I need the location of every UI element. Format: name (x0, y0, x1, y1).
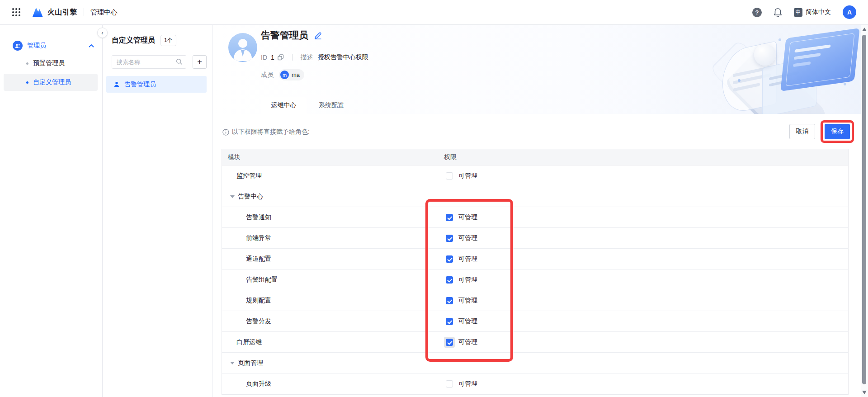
manage-permission-checkbox[interactable] (446, 297, 453, 304)
table-row: 前端异常 可管理 (222, 228, 848, 249)
main-content: 告警管理员 ID 1 描述 授权告警中心权限 成员 m ma (212, 25, 868, 397)
sidebar-item-preset-admin[interactable]: 预置管理员 (0, 55, 102, 72)
tab-bar: 运维中心 系统配置 (261, 97, 356, 114)
search-icon (176, 58, 183, 65)
module-cell: 页面管理 (222, 359, 444, 367)
manage-permission-checkbox[interactable] (446, 339, 453, 346)
checkbox-wrap (444, 337, 455, 348)
module-name: 告警组配置 (246, 276, 278, 284)
module-name: 通道配置 (246, 255, 271, 263)
manage-permission-checkbox[interactable] (446, 214, 453, 221)
manage-permission-checkbox[interactable] (446, 318, 453, 325)
edit-pencil-icon[interactable] (314, 32, 322, 39)
table-row: 告警分发 可管理 (222, 311, 848, 332)
permission-label: 可管理 (458, 297, 477, 305)
role-item-label: 告警管理员 (124, 80, 156, 89)
checkbox-wrap (444, 316, 455, 327)
manage-permission-checkbox[interactable] (446, 380, 453, 388)
column-header-module: 模块 (222, 153, 444, 161)
manage-permission-checkbox[interactable] (446, 235, 453, 242)
role-list-item-alert-admin[interactable]: 告警管理员 (106, 76, 207, 93)
module-name: 告警通知 (246, 213, 271, 222)
language-selector[interactable]: 中 简体中文 (794, 8, 831, 17)
permission-cell: 可管理 (444, 316, 477, 327)
permission-cell: 可管理 (444, 274, 477, 285)
save-button[interactable]: 保存 (825, 124, 850, 139)
checkbox-wrap (444, 233, 455, 244)
checkbox-wrap (444, 378, 455, 389)
table-row: 告警中心 (222, 186, 848, 207)
notification-bell-icon[interactable] (774, 8, 782, 17)
module-name: 前端异常 (246, 234, 271, 242)
table-row: 监控管理 可管理 (222, 165, 848, 186)
add-role-button[interactable]: + (193, 55, 207, 69)
module-cell: 白屏运维 (222, 338, 444, 346)
sidebar-group-label: 管理员 (27, 42, 89, 50)
module-cell: 通道配置 (222, 255, 444, 263)
checkbox-wrap (444, 274, 455, 285)
manage-permission-checkbox[interactable] (446, 276, 453, 284)
role-person-icon (113, 81, 120, 88)
module-cell: 告警分发 (222, 317, 444, 326)
collapse-triangle-icon[interactable] (230, 195, 235, 198)
manage-permission-checkbox[interactable] (446, 172, 453, 180)
help-icon[interactable]: ? (752, 8, 762, 17)
tab-ops-center[interactable]: 运维中心 (261, 97, 307, 114)
permission-cell: 可管理 (444, 254, 477, 265)
collapse-panel-button[interactable]: ‹ (97, 28, 108, 38)
permission-label: 可管理 (458, 234, 477, 242)
permission-label: 可管理 (458, 338, 477, 346)
volcano-engine-logo-icon (32, 7, 43, 17)
permission-cell: 可管理 (444, 337, 477, 348)
search-box (112, 55, 186, 69)
module-cell: 告警通知 (222, 213, 444, 222)
admin-group-icon (13, 41, 23, 51)
meta-divider (292, 54, 292, 61)
table-row: 规则配置 可管理 (222, 290, 848, 311)
sidebar-item-label: 自定义管理员 (33, 78, 71, 86)
module-name: 页面管理 (238, 359, 263, 367)
permission-table: 模块 权限 监控管理 可管理 告警中心 告警通知 可管理 (222, 149, 849, 395)
language-icon: 中 (794, 8, 802, 17)
manage-permission-checkbox[interactable] (446, 255, 453, 263)
chevron-up-icon (89, 44, 94, 47)
module-name: 规则配置 (246, 297, 271, 305)
member-avatar: m (280, 71, 289, 79)
member-label: 成员 (261, 71, 274, 79)
table-row: 通道配置 可管理 (222, 249, 848, 269)
user-avatar[interactable]: A (843, 5, 856, 19)
module-name: 告警中心 (238, 193, 263, 201)
module-cell: 告警组配置 (222, 276, 444, 284)
scroll-down-icon[interactable] (862, 391, 867, 394)
description-value: 授权告警中心权限 (318, 53, 368, 61)
vertical-scrollbar[interactable] (861, 25, 868, 397)
sidebar-item-custom-admin[interactable]: 自定义管理员 (4, 74, 98, 91)
permission-cell: 可管理 (444, 212, 477, 223)
tab-system-config[interactable]: 系统配置 (307, 97, 356, 114)
module-cell: 监控管理 (222, 172, 444, 180)
checkbox-wrap (444, 295, 455, 306)
permission-cell: 可管理 (444, 295, 477, 306)
scrollbar-thumb[interactable] (862, 35, 866, 384)
role-detail-header: 告警管理员 ID 1 描述 授权告警中心权限 成员 m ma (212, 25, 868, 114)
scroll-up-icon[interactable] (862, 28, 867, 31)
app-grid-icon[interactable] (12, 8, 20, 16)
module-cell: 规则配置 (222, 297, 444, 305)
checkbox-wrap (444, 254, 455, 265)
module-name: 告警分发 (246, 317, 271, 326)
permission-label: 可管理 (458, 276, 477, 284)
search-input[interactable] (112, 55, 186, 69)
topbar-divider (84, 8, 84, 16)
sidebar: 管理员 预置管理员 自定义管理员 (0, 25, 103, 397)
member-badge[interactable]: m ma (279, 69, 304, 80)
cancel-button[interactable]: 取消 (789, 124, 815, 139)
module-name: 白屏运维 (236, 338, 262, 346)
table-row: 页面升级 可管理 (222, 373, 848, 394)
sidebar-item-label: 预置管理员 (33, 59, 65, 67)
sidebar-group-admin[interactable]: 管理员 (0, 37, 102, 55)
copy-icon[interactable] (278, 54, 284, 61)
role-count-badge: 1个 (160, 35, 176, 46)
collapse-triangle-icon[interactable] (230, 362, 235, 364)
role-title: 告警管理员 (261, 29, 308, 42)
module-cell: 页面升级 (222, 380, 444, 388)
